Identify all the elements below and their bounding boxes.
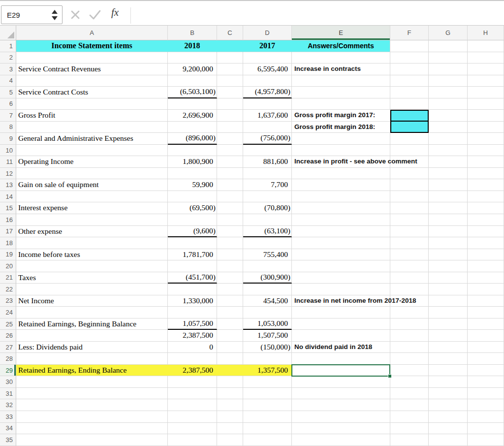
row-header-17[interactable]: 17 [0, 226, 16, 238]
column-header-A[interactable]: A [16, 26, 168, 40]
cell-G21[interactable] [429, 272, 468, 284]
cell-D27[interactable]: (150,000) [243, 342, 292, 353]
cell-F34[interactable] [390, 423, 429, 435]
cell-D31[interactable] [243, 388, 292, 400]
cell-H12[interactable] [468, 168, 504, 180]
row-header-4[interactable]: 4 [0, 75, 16, 87]
cell-B30[interactable] [168, 376, 217, 388]
cell-E13[interactable] [292, 179, 390, 191]
cell-G32[interactable] [429, 399, 468, 411]
cell-A2[interactable] [16, 52, 168, 64]
spinner-down-icon[interactable] [52, 16, 58, 20]
cell-D26[interactable]: 1,507,500 [243, 330, 292, 342]
select-all-corner[interactable] [0, 26, 16, 40]
cell-H21[interactable] [468, 272, 504, 284]
cell-B17[interactable]: (9,600) [168, 226, 217, 238]
cell-B7[interactable]: 2,696,900 [168, 110, 217, 122]
cell-G25[interactable] [429, 319, 468, 330]
column-header-F[interactable]: F [390, 26, 429, 40]
cell-H33[interactable] [468, 411, 504, 423]
cell-G5[interactable] [429, 87, 468, 98]
cell-B28[interactable] [168, 353, 217, 365]
cell-B25[interactable]: 1,057,500 [168, 319, 217, 330]
cell-D14[interactable] [243, 191, 292, 203]
cell-H5[interactable] [468, 87, 504, 98]
cell-H17[interactable] [468, 226, 504, 238]
cell-F17[interactable] [390, 226, 429, 238]
cell-H19[interactable] [468, 249, 504, 261]
cancel-entry-icon[interactable] [70, 9, 81, 20]
cell-F9[interactable] [390, 133, 429, 145]
cell-G23[interactable] [429, 295, 468, 307]
spinner-up-icon[interactable] [52, 10, 58, 14]
cell-B26[interactable]: 2,387,500 [168, 330, 217, 342]
row-header-3[interactable]: 3 [0, 64, 16, 75]
cell-H10[interactable] [468, 145, 504, 157]
cell-C4[interactable] [217, 75, 243, 87]
cell-G22[interactable] [429, 284, 468, 295]
cell-C12[interactable] [217, 168, 243, 180]
cell-D1[interactable]: 2017 [243, 40, 292, 52]
column-header-C[interactable]: C [217, 26, 243, 40]
cell-H16[interactable] [468, 214, 504, 226]
cell-F5[interactable] [390, 87, 429, 98]
fill-handle[interactable] [388, 374, 392, 378]
cell-G33[interactable] [429, 411, 468, 423]
cell-D24[interactable] [243, 307, 292, 319]
cell-D3[interactable]: 6,595,400 [243, 64, 292, 75]
cell-E15[interactable] [292, 202, 390, 214]
column-header-D[interactable]: D [243, 26, 292, 40]
cell-B34[interactable] [168, 423, 217, 435]
cell-C10[interactable] [217, 145, 243, 157]
cell-G8[interactable] [429, 122, 468, 133]
row-header-5[interactable]: 5 [0, 87, 16, 98]
cell-C11[interactable] [217, 156, 243, 168]
cell-F15[interactable] [390, 202, 429, 214]
cell-A14[interactable] [16, 191, 168, 203]
cell-B4[interactable] [168, 75, 217, 87]
cell-F22[interactable] [390, 284, 429, 295]
row-header-24[interactable]: 24 [0, 307, 16, 319]
cell-B23[interactable]: 1,330,000 [168, 295, 217, 307]
column-header-G[interactable]: G [429, 26, 468, 40]
cell-H32[interactable] [468, 399, 504, 411]
cell-E25[interactable] [292, 319, 390, 330]
row-header-33[interactable]: 33 [0, 411, 16, 423]
cell-G28[interactable] [429, 353, 468, 365]
cell-A16[interactable] [16, 214, 168, 226]
cell-E33[interactable] [292, 411, 390, 423]
cell-E24[interactable] [292, 307, 390, 319]
cell-F32[interactable] [390, 399, 429, 411]
row-header-32[interactable]: 32 [0, 399, 16, 411]
cell-D6[interactable] [243, 98, 292, 110]
cell-C2[interactable] [217, 52, 243, 64]
cell-A28[interactable] [16, 353, 168, 365]
cell-E31[interactable] [292, 388, 390, 400]
cell-F18[interactable] [390, 237, 429, 249]
cell-H13[interactable] [468, 179, 504, 191]
cell-H14[interactable] [468, 191, 504, 203]
cell-D29[interactable]: 1,357,500 [243, 365, 292, 377]
cell-H30[interactable] [468, 376, 504, 388]
cell-A32[interactable] [16, 399, 168, 411]
cell-C8[interactable] [217, 122, 243, 133]
cell-A23[interactable]: Net Income [16, 295, 168, 307]
cell-B22[interactable] [168, 284, 217, 295]
cell-A21[interactable]: Taxes [16, 272, 168, 284]
cell-F19[interactable] [390, 249, 429, 261]
cell-E17[interactable] [292, 226, 390, 238]
cell-H28[interactable] [468, 353, 504, 365]
cell-A6[interactable] [16, 98, 168, 110]
cell-G1[interactable] [429, 40, 468, 52]
cell-F31[interactable] [390, 388, 429, 400]
row-header-25[interactable]: 25 [0, 319, 16, 330]
cell-F8[interactable] [390, 122, 429, 133]
cell-C9[interactable] [217, 133, 243, 145]
cell-H18[interactable] [468, 237, 504, 249]
row-header-16[interactable]: 16 [0, 214, 16, 226]
cell-E21[interactable] [292, 272, 390, 284]
cell-H7[interactable] [468, 110, 504, 122]
cell-G11[interactable] [429, 156, 468, 168]
row-header-35[interactable]: 35 [0, 434, 16, 446]
cell-D16[interactable] [243, 214, 292, 226]
